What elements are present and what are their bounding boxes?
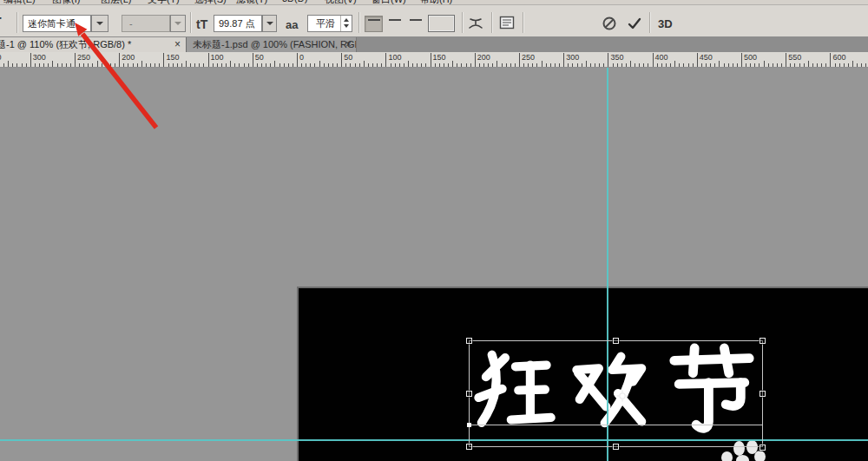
ruler-minor-tick (141, 61, 142, 67)
paw-print-dot (733, 441, 745, 456)
commit-edits-button[interactable] (627, 16, 642, 31)
ruler-minor-tick (22, 63, 23, 67)
ruler-minor-tick (168, 63, 169, 67)
font-size-dropdown-button[interactable] (262, 15, 277, 32)
ruler-minor-tick (417, 63, 418, 67)
ruler-minor-tick (408, 61, 409, 67)
vertical-guide[interactable] (607, 68, 608, 461)
ruler-minor-tick (279, 63, 280, 67)
ruler-minor-tick (613, 63, 614, 67)
ruler-minor-tick (790, 63, 791, 67)
horizontal-guide[interactable] (0, 439, 868, 441)
warp-text-button[interactable] (467, 16, 484, 31)
ruler-minor-tick (781, 63, 782, 67)
ruler-minor-tick (773, 63, 773, 67)
ruler-label: 350 (610, 53, 623, 62)
stepper-down-icon (344, 24, 349, 28)
font-style-field[interactable]: - (122, 15, 170, 32)
ruler-major-tick (163, 53, 164, 67)
font-family-field[interactable]: 迷你简卡通 (23, 15, 91, 32)
ruler-minor-tick (452, 61, 453, 67)
ruler-minor-tick (542, 61, 542, 67)
ruler-minor-tick (133, 63, 134, 67)
font-style-dropdown-button[interactable] (170, 15, 186, 32)
ruler-major-tick (608, 53, 608, 67)
ruler-minor-tick (332, 63, 333, 67)
ruler-minor-tick (844, 63, 845, 67)
ruler-minor-tick (399, 63, 400, 67)
ruler-major-tick (297, 53, 298, 67)
ruler-minor-tick (714, 63, 715, 67)
font-family-dropdown-button[interactable] (91, 15, 108, 32)
align-center-button[interactable] (385, 16, 404, 32)
ruler-minor-tick (586, 61, 587, 67)
divider (649, 12, 650, 33)
text-color-swatch[interactable] (428, 15, 455, 32)
anti-alias-stepper[interactable] (340, 16, 352, 31)
chevron-down-icon (174, 22, 181, 25)
ruler-minor-tick (506, 63, 507, 67)
ruler-minor-tick (759, 63, 760, 67)
font-size-field[interactable]: 99.87 点 (214, 15, 262, 32)
ruler-minor-tick (203, 63, 204, 67)
tab-close-button[interactable]: × (174, 38, 181, 51)
ruler-minor-tick (150, 63, 151, 67)
ruler-minor-tick (515, 63, 516, 67)
ruler-minor-tick (768, 63, 769, 67)
ruler-minor-tick (368, 63, 369, 67)
3d-mode-button[interactable]: 3D (658, 17, 673, 30)
align-right-icon (410, 19, 422, 30)
transform-reference-point[interactable] (616, 390, 628, 402)
ruler-minor-tick (190, 63, 191, 67)
ruler-major-tick (475, 53, 476, 67)
align-right-button[interactable] (406, 16, 424, 32)
align-left-button[interactable] (365, 16, 383, 32)
transform-handle-mid-left[interactable] (466, 391, 472, 397)
ruler-label: 100 (388, 53, 401, 62)
transform-handle-mid-right[interactable] (760, 391, 766, 397)
menu-item[interactable]: 3D(D) (282, 0, 307, 3)
transform-handle-bottom-left[interactable] (466, 444, 472, 450)
transform-handle-top-center[interactable] (613, 338, 619, 344)
transform-handle-top-right[interactable] (760, 338, 766, 344)
ruler-label: 100 (211, 53, 224, 62)
toggle-panels-button[interactable] (498, 16, 516, 30)
ruler-minor-tick (244, 63, 245, 67)
ruler-minor-tick (391, 63, 391, 67)
paw-print-dot (721, 451, 733, 461)
ruler-minor-tick (639, 63, 640, 67)
transform-handle-bottom-right[interactable] (760, 445, 766, 451)
ruler-major-tick (30, 53, 31, 67)
ruler-minor-tick (355, 63, 356, 67)
ruler-minor-tick (239, 63, 240, 67)
ruler-label: 500 (744, 53, 757, 62)
baseline-anchor-dot[interactable] (467, 423, 471, 427)
ruler-minor-tick (43, 63, 44, 67)
horizontal-ruler[interactable]: 3503002502001501005005010015020025030035… (0, 52, 868, 68)
ruler-minor-tick (595, 63, 595, 67)
ruler-label: 150 (166, 53, 179, 62)
ruler-minor-tick (764, 61, 765, 67)
text-baseline-line (469, 425, 762, 425)
ruler-minor-tick (865, 63, 866, 67)
tab-close-button[interactable]: × (345, 38, 352, 51)
ruler-minor-tick (234, 63, 235, 67)
divider (491, 12, 492, 33)
align-left-icon (368, 19, 380, 30)
ruler-minor-tick (733, 63, 733, 67)
cancel-edits-button[interactable] (602, 16, 617, 31)
ruler-minor-tick (528, 63, 529, 67)
ruler-label: 300 (566, 53, 579, 62)
ruler-label: 250 (77, 53, 90, 62)
transform-handle-top-left[interactable] (466, 338, 472, 344)
document-tab-inactive[interactable]: 未标题-1.psd @ 100% (FASHION, RGB/8) * × (186, 37, 357, 52)
ruler-minor-tick (737, 63, 738, 67)
document-tab-active[interactable]: 题-1 @ 110% (狂欢节, RGB/8) * × (0, 37, 186, 52)
ruler-minor-tick (83, 63, 84, 67)
ruler-major-tick (385, 53, 386, 67)
tool-preset-icon[interactable]: T (0, 15, 2, 29)
transform-handle-bottom-center[interactable] (613, 444, 619, 450)
ruler-label: 50 (344, 53, 352, 62)
ruler-minor-tick (857, 63, 858, 67)
ruler-minor-tick (626, 63, 627, 67)
